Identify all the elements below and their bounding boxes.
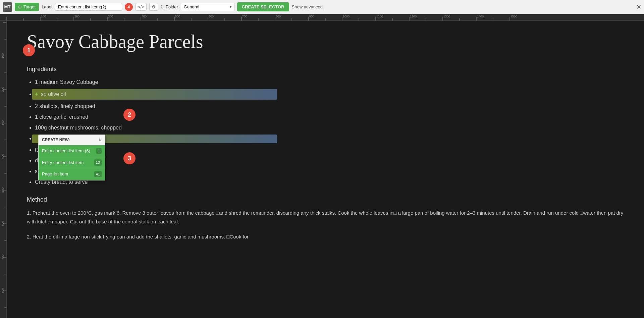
ingredient-item: d [35, 157, 624, 165]
method-step-2: 2. Heat the oil in a large non-stick fry… [27, 232, 624, 241]
svg-text:700: 700 [242, 15, 247, 18]
folder-select-wrap: General Custom ▾ [181, 3, 234, 11]
ingredient-item: tta [35, 146, 624, 154]
mt-logo: MT [3, 2, 12, 12]
create-selector-button[interactable]: CREATE SELECTOR [237, 2, 289, 11]
close-button[interactable]: ✕ [636, 3, 641, 11]
svg-rect-0 [0, 14, 644, 21]
svg-text:400: 400 [142, 15, 147, 18]
svg-text:500: 500 [175, 15, 180, 18]
svg-text:500: 500 [1, 188, 4, 193]
ruler-svg: 1002003004005006007008009001000110012001… [0, 14, 644, 21]
target-label: Target [23, 4, 36, 9]
label-input[interactable] [55, 3, 122, 11]
dropdown-item-2[interactable]: Page list item 41 [39, 168, 105, 180]
toolbar: MT ⊕ Target Label 4 </> ⚙ 1 Folder Gener… [0, 0, 644, 14]
olive-oil-text: sp olive oil [39, 91, 66, 97]
dropdown-item-0[interactable]: Entry content list item:(6) 1 [39, 145, 105, 157]
svg-rect-47 [0, 21, 7, 318]
svg-text:900: 900 [309, 15, 314, 18]
svg-text:200: 200 [74, 15, 79, 18]
dropdown-create-label: CREATE NEW: [42, 137, 70, 143]
show-advanced-link[interactable]: Show advanced [292, 4, 323, 9]
label-text: Label [42, 4, 52, 9]
svg-text:100: 100 [41, 15, 46, 18]
svg-text:700: 700 [1, 255, 4, 260]
dropdown-shortcut: N [99, 137, 102, 143]
ingredient-item: 100g chestnut mushrooms, chopped [35, 124, 624, 132]
dropdown-count-1: 10 [94, 159, 102, 166]
ingredient-item: 2 shallots, finely chopped [35, 102, 624, 110]
dropdown-count-2: 41 [94, 171, 102, 177]
dropdown-item-label-2: Page list item [42, 171, 68, 177]
target-button[interactable]: ⊕ Target [15, 3, 39, 11]
target-icon: ⊕ [18, 4, 22, 9]
svg-text:200: 200 [1, 87, 4, 92]
ingredient-item-dropdown: CREATE NEW: N Entry content list item:(6… [35, 135, 624, 143]
method-heading: Method [27, 196, 624, 203]
svg-text:100: 100 [1, 53, 4, 58]
dropdown-menu: CREATE NEW: N Entry content list item:(6… [38, 135, 105, 180]
dropdown-item-1[interactable]: Entry content list item 10 [39, 157, 105, 169]
num-value: 1 [161, 4, 163, 9]
plus-icon: + [35, 91, 38, 97]
ingredients-heading: Ingredients [27, 66, 624, 73]
svg-text:300: 300 [1, 120, 4, 125]
ingredient-olive-oil[interactable]: + sp olive oil [35, 89, 624, 100]
svg-text:1100: 1100 [376, 15, 383, 18]
svg-text:600: 600 [209, 15, 214, 18]
horizontal-ruler: 1002003004005006007008009001000110012001… [0, 14, 644, 21]
dropdown-item-label-1: Entry content list item [42, 159, 84, 166]
settings-button[interactable]: ⚙ [149, 3, 158, 11]
vertical-ruler: 100200300400500600700800900 [0, 21, 7, 318]
svg-text:800: 800 [1, 288, 4, 293]
svg-text:1500: 1500 [511, 15, 517, 18]
page-title: Savoy Cabbage Parcels [27, 31, 624, 52]
highlight-row-olive-oil[interactable]: + sp olive oil [32, 89, 277, 100]
svg-text:1300: 1300 [443, 15, 450, 18]
svg-text:1400: 1400 [477, 15, 484, 18]
svg-text:800: 800 [276, 15, 281, 18]
ingredient-item: 1 clove garlic, crushed [35, 113, 624, 121]
ingredient-item: 1 medium Savoy Cabbage [35, 78, 624, 86]
svg-text:1200: 1200 [410, 15, 417, 18]
ingredient-item: sil Sauce [35, 167, 624, 175]
step4-badge: 4 [125, 3, 133, 11]
dropdown-count-0: 1 [96, 148, 102, 154]
ingredient-item: Crusty bread, to serve [35, 178, 624, 186]
svg-text:300: 300 [108, 15, 113, 18]
dropdown-item-label-0: Entry content list item:(6) [42, 148, 90, 154]
method-section: Method 1. Preheat the oven to 200°C, gas… [27, 196, 624, 241]
code-button[interactable]: </> [136, 3, 147, 11]
folder-label: Folder [166, 4, 178, 9]
svg-text:1000: 1000 [343, 15, 350, 18]
method-step-1: 1. Preheat the oven to 200°C, gas mark 6… [27, 209, 624, 226]
ingredients-list: 1 medium Savoy Cabbage + sp olive oil 2 … [27, 78, 624, 186]
dropdown-header: CREATE NEW: N [39, 135, 105, 145]
svg-text:400: 400 [1, 154, 4, 159]
main-content: 1 Savoy Cabbage Parcels Ingredients 2 3 … [7, 21, 644, 318]
folder-select[interactable]: General Custom [181, 3, 234, 11]
svg-text:600: 600 [1, 221, 4, 226]
